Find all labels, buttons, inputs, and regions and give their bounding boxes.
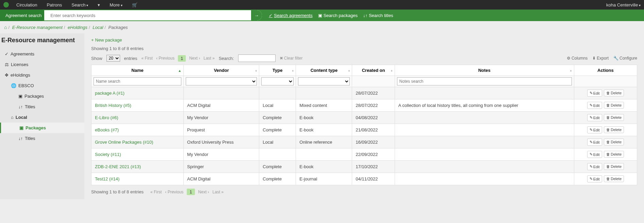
new-package-label: New package — [95, 37, 122, 43]
sidebar-ebsco-titles[interactable]: ↓↑Titles — [0, 101, 84, 112]
logo-icon[interactable] — [3, 2, 9, 7]
pager-last[interactable]: Last » — [203, 56, 215, 61]
sidebar-label: Agreements — [11, 51, 34, 57]
delete-button[interactable]: 🗑Delete — [604, 102, 624, 109]
edit-button[interactable]: ✎Edit — [587, 102, 602, 109]
nav-cart[interactable]: 🛒 — [127, 2, 142, 7]
edit-button[interactable]: ✎Edit — [587, 126, 602, 133]
sidebar-local[interactable]: ⌂Local — [0, 112, 84, 123]
filter-notes-input[interactable] — [397, 77, 572, 85]
cell-content — [296, 148, 352, 161]
col-type[interactable]: Type♦ — [259, 65, 296, 76]
delete-button[interactable]: 🗑Delete — [604, 163, 624, 170]
nav-more[interactable]: More — [105, 2, 127, 7]
breadcrumb-local[interactable]: Local — [93, 25, 103, 30]
search-input[interactable] — [47, 11, 251, 20]
delete-button[interactable]: 🗑Delete — [604, 126, 624, 133]
cell-content: Online reference — [296, 136, 352, 148]
delete-button[interactable]: 🗑Delete — [604, 114, 624, 121]
package-name-link[interactable]: British History (#5) — [95, 103, 131, 108]
columns-label: Columns — [572, 56, 588, 61]
nav-caret-only[interactable]: ▾ — [93, 2, 105, 7]
sidebar-ebsco[interactable]: 🌐EBSCO — [0, 80, 84, 91]
pager-last-bottom[interactable]: Last » — [213, 190, 224, 194]
edit-button[interactable]: ✎Edit — [587, 114, 602, 121]
edit-button[interactable]: ✎Edit — [587, 151, 602, 158]
pager-prev[interactable]: ‹ Previous — [156, 56, 175, 61]
pencil-icon: ✎ — [590, 91, 593, 95]
pager-first[interactable]: « First — [142, 56, 153, 61]
tab-search-titles[interactable]: ↓↑Search titles — [363, 13, 393, 18]
sidebar-local-titles[interactable]: ↓↑Titles — [0, 133, 84, 144]
user-menu[interactable]: koha Centerville — [606, 2, 641, 7]
sort-icon: ♦ — [570, 68, 572, 72]
col-vendor[interactable]: Vendor♦ — [184, 65, 259, 76]
home-icon: ⌂ — [11, 115, 14, 120]
breadcrumb-erm[interactable]: E-Resource management — [12, 25, 63, 30]
package-name-link[interactable]: E-Libro (#6) — [95, 115, 118, 120]
main-layout: E-Resource management ✓Agreements ⚖Licen… — [0, 33, 644, 199]
col-created[interactable]: Created on♦ — [352, 65, 395, 76]
nav-patrons[interactable]: Patrons — [42, 2, 67, 7]
edit-button[interactable]: ✎Edit — [587, 90, 602, 97]
nav-search[interactable]: Search — [67, 2, 93, 7]
filter-vendor-select[interactable] — [186, 77, 257, 85]
breadcrumb-home[interactable] — [4, 25, 7, 30]
search-submit-button[interactable]: → — [251, 10, 262, 20]
breadcrumb-eholdings[interactable]: eHoldings — [68, 25, 87, 30]
page-size-select[interactable]: 20 — [106, 55, 120, 62]
sidebar-licenses[interactable]: ⚖Licenses — [0, 59, 84, 70]
pager-next[interactable]: Next › — [189, 56, 200, 61]
filter-name-input[interactable] — [94, 77, 181, 85]
delete-button[interactable]: 🗑Delete — [604, 151, 624, 158]
tab-search-agreements[interactable]: ✓Search agreements — [269, 13, 312, 18]
configure-button[interactable]: 🔧Configure — [613, 56, 637, 61]
pager-bottom: « First ‹ Previous 1 Next › Last » — [150, 189, 224, 195]
columns-button[interactable]: ⚙Columns — [567, 56, 588, 61]
cell-content — [296, 87, 352, 99]
pager-first-bottom[interactable]: « First — [150, 190, 162, 194]
cell-type: Complete — [259, 173, 296, 185]
cell-created: 17/10/2022 — [352, 161, 395, 173]
package-name-link[interactable]: package A (#1) — [95, 91, 125, 96]
cell-notes — [395, 148, 574, 161]
nav-circulation[interactable]: Circulation — [12, 2, 42, 7]
new-package-button[interactable]: +New package — [91, 37, 122, 43]
delete-button[interactable]: 🗑Delete — [604, 139, 624, 145]
package-name-link[interactable]: Test12 (#14) — [95, 176, 119, 181]
pager-prev-bottom[interactable]: ‹ Previous — [165, 190, 183, 194]
edit-button[interactable]: ✎Edit — [587, 163, 602, 170]
clear-filter-button[interactable]: ✖Clear filter — [280, 56, 303, 61]
trash-icon: 🗑 — [606, 128, 610, 132]
cell-created: 22/09/2022 — [352, 148, 395, 161]
sort-icon: ↓↑ — [18, 136, 23, 141]
table-search-input[interactable] — [238, 54, 276, 62]
package-name-link[interactable]: eBooks (#7) — [95, 127, 119, 132]
package-name-link[interactable]: Society (#11) — [95, 152, 121, 157]
package-name-link[interactable]: ZDB-2-ENE 2021 (#13) — [95, 164, 141, 169]
pager-next-bottom[interactable]: Next › — [198, 190, 209, 194]
sidebar-eholdings[interactable]: ✥eHoldings — [0, 70, 84, 80]
edit-button[interactable]: ✎Edit — [587, 175, 602, 182]
entries-info-top: Showing 1 to 8 of 8 entries — [91, 46, 637, 51]
col-actions: Actions — [574, 65, 637, 76]
table-toolbar: Show 20 entries « First ‹ Previous 1 Nex… — [91, 54, 637, 62]
delete-button[interactable]: 🗑Delete — [604, 90, 624, 96]
tab-search-packages[interactable]: ▣Search packages — [318, 13, 358, 18]
filter-content-select[interactable] — [298, 77, 350, 85]
sidebar-ebsco-packages[interactable]: ▣Packages — [0, 91, 84, 101]
sidebar-agreements[interactable]: ✓Agreements — [0, 49, 84, 59]
sort-icon: ♦ — [255, 68, 257, 72]
delete-button[interactable]: 🗑Delete — [604, 175, 624, 182]
archive-icon: ▣ — [19, 125, 23, 130]
col-name[interactable]: Name▲ — [92, 65, 184, 76]
sidebar-local-packages[interactable]: ▣Packages — [0, 123, 84, 133]
export-button[interactable]: ⬇Export — [592, 56, 609, 61]
edit-button[interactable]: ✎Edit — [587, 139, 602, 146]
trash-icon: 🗑 — [606, 115, 610, 120]
filter-type-select[interactable] — [261, 77, 294, 85]
col-content[interactable]: Content type♦ — [296, 65, 352, 76]
package-name-link[interactable]: Grove Online Packages (#10) — [95, 140, 153, 145]
table-row: eBooks (#7) Proquest Complete E-book 21/… — [92, 124, 637, 136]
col-notes[interactable]: Notes♦ — [395, 65, 574, 76]
